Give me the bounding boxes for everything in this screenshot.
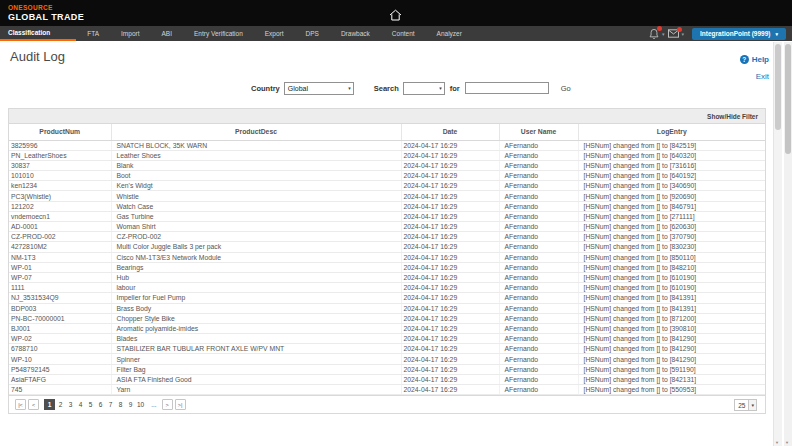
- log-entry-cell: [HSNum] changed from [] to [610190]: [578, 283, 765, 293]
- page-ellipsis: ...: [151, 401, 156, 408]
- help-link[interactable]: ? Help: [740, 55, 769, 64]
- nav-item-content[interactable]: Content: [381, 26, 426, 41]
- table-row[interactable]: 1111labour2024-04-17 16:29AFernando[HSNu…: [9, 283, 765, 293]
- table-row[interactable]: AsiaFTAFGASIA FTA Finished Good2024-04-1…: [9, 374, 765, 384]
- page-number-6[interactable]: 6: [96, 399, 105, 410]
- product-desc-cell: Boot: [111, 171, 401, 181]
- content-scroll-down-icon[interactable]: ▼: [775, 440, 779, 445]
- go-button[interactable]: Go: [561, 84, 571, 93]
- user-cell: AFernando: [499, 313, 578, 323]
- nav-item-fta[interactable]: FTA: [76, 26, 110, 41]
- log-entry-cell: [HSNum] changed from [] to [640192]: [578, 171, 765, 181]
- table-row[interactable]: PN_LeatherShoesLeather Shoes2024-04-17 1…: [9, 150, 765, 160]
- table-row[interactable]: 101010Boot2024-04-17 16:29AFernando[HSNu…: [9, 171, 765, 181]
- nav-item-dps[interactable]: DPS: [295, 26, 330, 41]
- table-row[interactable]: CZ-PROD-002CZ-PROD-0022024-04-17 16:29AF…: [9, 232, 765, 242]
- window-scroll-down-icon[interactable]: ▼: [785, 440, 789, 445]
- user-cell: AFernando: [499, 242, 578, 252]
- page-number-1[interactable]: 1: [44, 399, 55, 410]
- notifications-bell-icon[interactable]: [649, 28, 659, 40]
- nav-item-export[interactable]: Export: [254, 26, 295, 41]
- log-entry-cell: [HSNum] changed from [] to [846791]: [578, 201, 765, 211]
- user-cell: AFernando: [499, 323, 578, 333]
- column-header-productnum[interactable]: ProductNum: [9, 124, 111, 140]
- show-hide-filter-link[interactable]: Show/Hide Filter: [707, 113, 758, 120]
- table-row[interactable]: WP-02Blades2024-04-17 16:29AFernando[HSN…: [9, 334, 765, 344]
- home-icon[interactable]: [389, 7, 402, 25]
- search-select-caret-icon: ▾: [439, 85, 442, 91]
- nav-item-classification[interactable]: Classification: [0, 26, 76, 41]
- nav-item-abi[interactable]: ABI: [150, 26, 182, 41]
- table-row[interactable]: P548792145Filter Bag2024-04-17 16:29AFer…: [9, 364, 765, 374]
- nav-item-drawback[interactable]: Drawback: [330, 26, 381, 41]
- table-row[interactable]: 121202Watch Case2024-04-17 16:29AFernand…: [9, 201, 765, 211]
- product-num-cell: 6788710: [9, 344, 111, 354]
- date-cell: 2024-04-17 16:29: [401, 191, 499, 201]
- log-entry-cell: [HSNum] changed from [] to [842519]: [578, 140, 765, 150]
- page-number-8[interactable]: 8: [116, 399, 125, 410]
- first-page-button[interactable]: |<: [15, 399, 26, 410]
- last-page-button[interactable]: >|: [175, 399, 186, 410]
- user-cell: AFernando: [499, 364, 578, 374]
- table-row[interactable]: BDP003Brass Body2024-04-17 16:29AFernand…: [9, 303, 765, 313]
- table-row[interactable]: 745Yarn2024-04-17 16:29AFernando[HSNum] …: [9, 385, 765, 395]
- table-row[interactable]: 6788710STABILIZER BAR TUBULAR FRONT AXLE…: [9, 344, 765, 354]
- page-number-7[interactable]: 7: [106, 399, 115, 410]
- table-row[interactable]: WP-07Hub2024-04-17 16:29AFernando[HSNum]…: [9, 272, 765, 282]
- search-label: Search: [374, 84, 399, 93]
- log-entry-cell: [HSNum] changed from [] to [841290]: [578, 334, 765, 344]
- bell-caret-icon[interactable]: ▾: [662, 31, 665, 37]
- table-row[interactable]: AD-0001Woman Shirt2024-04-17 16:29AFerna…: [9, 222, 765, 232]
- table-row[interactable]: 3825996SNATCH BLOCK, 35K WARN2024-04-17 …: [9, 140, 765, 150]
- window-scrollbar[interactable]: ▼: [784, 42, 792, 446]
- page-number-3[interactable]: 3: [66, 399, 75, 410]
- product-num-cell: WP-01: [9, 262, 111, 272]
- product-num-cell: PN-BC-70000001: [9, 313, 111, 323]
- brand-logo[interactable]: ONESOURCE GLOBAL TRADE: [8, 4, 84, 22]
- page-numbers: 12345678910: [44, 399, 145, 410]
- table-row[interactable]: PN-BC-70000001Chopper Style Bike2024-04-…: [9, 313, 765, 323]
- nav-item-entry-verification[interactable]: Entry Verification: [183, 26, 254, 41]
- nav-item-analyzer[interactable]: Analyzer: [426, 26, 473, 41]
- table-row[interactable]: WP-01Bearings2024-04-17 16:29AFernando[H…: [9, 262, 765, 272]
- table-row[interactable]: PC3(Whistle)Whistle2024-04-17 16:29AFern…: [9, 191, 765, 201]
- page-number-9[interactable]: 9: [126, 399, 135, 410]
- page-number-10[interactable]: 10: [136, 399, 145, 410]
- page-number-2[interactable]: 2: [56, 399, 65, 410]
- country-select[interactable]: Global ▾: [284, 82, 354, 95]
- table-row[interactable]: BJ001Aromatic polyamide-imides2024-04-17…: [9, 323, 765, 333]
- country-select-caret-icon: ▾: [348, 85, 351, 91]
- table-row[interactable]: NJ_3531534Q9Impeller for Fuel Pump2024-0…: [9, 293, 765, 303]
- page-size-select[interactable]: 25 ▾: [734, 399, 757, 411]
- prev-page-button[interactable]: <: [28, 399, 39, 410]
- page-number-5[interactable]: 5: [86, 399, 95, 410]
- table-row[interactable]: vndemoecn1Gas Turbine2024-04-17 16:29AFe…: [9, 211, 765, 221]
- column-header-user-name[interactable]: User Name: [499, 124, 578, 140]
- window-scrollbar-thumb[interactable]: [785, 44, 791, 154]
- table-row[interactable]: WP-10Spinner2024-04-17 16:29AFernando[HS…: [9, 354, 765, 364]
- messages-envelope-icon[interactable]: [668, 29, 679, 38]
- log-entry-cell: [HSNum] changed from [] to [340690]: [578, 181, 765, 191]
- content-scrollbar-thumb[interactable]: [775, 44, 781, 130]
- user-cell: AFernando: [499, 222, 578, 232]
- table-row[interactable]: 30837Blank2024-04-17 16:29AFernando[HSNu…: [9, 160, 765, 170]
- account-button[interactable]: IntegrationPoint (9999) ▾: [692, 28, 786, 40]
- table-row[interactable]: ken1234Ken's Widgt2024-04-17 16:29AFerna…: [9, 181, 765, 191]
- table-row[interactable]: NM-1T3Cisco NM-1T3/E3 Network Module2024…: [9, 252, 765, 262]
- date-cell: 2024-04-17 16:29: [401, 150, 499, 160]
- column-header-productdesc[interactable]: ProductDesc: [111, 124, 401, 140]
- page-number-4[interactable]: 4: [76, 399, 85, 410]
- column-header-date[interactable]: Date: [401, 124, 499, 140]
- envelope-caret-icon[interactable]: ▾: [682, 31, 685, 37]
- log-entry-cell: [HSNum] changed from [] to [620630]: [578, 222, 765, 232]
- content-scrollbar[interactable]: ▼: [773, 42, 782, 446]
- table-row[interactable]: 4272810M2Multi Color Juggle Balls 3 per …: [9, 242, 765, 252]
- column-header-logentry[interactable]: LogEntry: [578, 124, 765, 140]
- search-field-select[interactable]: ▾: [403, 82, 445, 95]
- product-num-cell: AsiaFTAFG: [9, 374, 111, 384]
- nav-item-import[interactable]: Import: [110, 26, 150, 41]
- next-page-button[interactable]: >: [162, 399, 173, 410]
- product-desc-cell: labour: [111, 283, 401, 293]
- exit-link[interactable]: Exit: [756, 72, 769, 81]
- search-text-input[interactable]: [465, 82, 549, 94]
